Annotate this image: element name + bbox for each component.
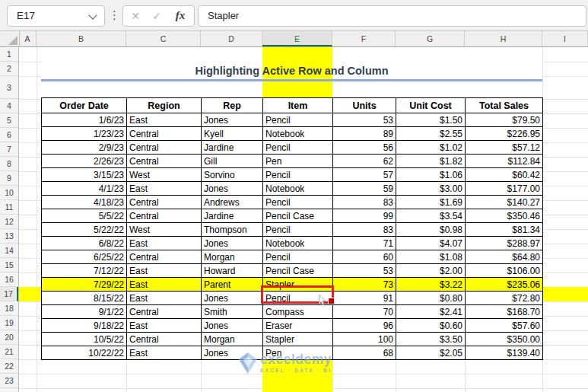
table-cell[interactable]: $139.40 bbox=[466, 346, 543, 360]
row-header-14[interactable]: 14 bbox=[0, 244, 18, 258]
chevron-down-icon[interactable] bbox=[88, 11, 97, 19]
table-cell[interactable]: 5/22/22 bbox=[42, 223, 127, 237]
table-cell[interactable]: 7/29/22 bbox=[42, 278, 127, 292]
table-cell[interactable]: $288.97 bbox=[466, 237, 543, 250]
table-cell[interactable]: East bbox=[127, 292, 202, 305]
table-cell[interactable]: Jones bbox=[202, 182, 263, 196]
table-cell[interactable]: Notebook bbox=[263, 127, 333, 141]
table-cell[interactable]: $3.50 bbox=[396, 333, 466, 346]
table-cell[interactable]: $2.05 bbox=[396, 346, 466, 360]
row-header-16[interactable]: 16 bbox=[0, 272, 18, 287]
row-header-13[interactable]: 13 bbox=[0, 229, 18, 244]
table-cell[interactable]: 100 bbox=[333, 333, 396, 346]
table-cell[interactable]: $235.06 bbox=[466, 278, 543, 292]
table-cell[interactable]: $0.80 bbox=[396, 292, 466, 305]
table-cell[interactable]: Central bbox=[127, 209, 202, 223]
table-cell[interactable]: Jones bbox=[202, 237, 263, 250]
table-cell[interactable]: 96 bbox=[333, 319, 396, 333]
table-cell[interactable]: $106.00 bbox=[466, 264, 543, 278]
table-cell[interactable]: Central bbox=[127, 127, 202, 141]
table-cell[interactable]: 89 bbox=[333, 127, 396, 141]
table-cell[interactable]: $112.84 bbox=[466, 155, 543, 168]
table-cell[interactable]: $1.82 bbox=[396, 155, 466, 168]
table-cell[interactable]: $4.07 bbox=[396, 237, 466, 250]
table-cell[interactable]: $1.50 bbox=[396, 113, 466, 127]
row-header-21[interactable]: 21 bbox=[0, 345, 18, 359]
table-cell[interactable]: $226.95 bbox=[466, 127, 543, 141]
row-header-2[interactable]: 2 bbox=[0, 62, 18, 76]
table-cell[interactable]: Stapler bbox=[263, 333, 333, 346]
table-cell[interactable]: Smith bbox=[202, 305, 263, 319]
table-cell[interactable]: 62 bbox=[333, 155, 396, 168]
table-cell[interactable]: 59 bbox=[333, 182, 396, 196]
row-header-20[interactable]: 20 bbox=[0, 330, 18, 345]
table-cell[interactable]: East bbox=[127, 319, 202, 333]
table-cell[interactable]: $168.70 bbox=[466, 305, 543, 319]
table-cell[interactable]: $1.06 bbox=[396, 168, 466, 182]
table-cell[interactable]: Jones bbox=[202, 113, 263, 127]
table-cell[interactable]: 68 bbox=[333, 346, 396, 360]
row-header-15[interactable]: 15 bbox=[0, 258, 18, 272]
table-cell[interactable]: Kyell bbox=[202, 127, 263, 141]
table-cell[interactable]: 4/18/23 bbox=[42, 196, 127, 209]
column-header-D[interactable]: D bbox=[201, 31, 262, 46]
table-cell[interactable]: Jardine bbox=[202, 209, 263, 223]
table-cell[interactable]: 2/26/23 bbox=[42, 155, 127, 168]
table-cell[interactable]: 1/23/23 bbox=[42, 127, 127, 141]
table-cell[interactable]: 73 bbox=[333, 278, 396, 292]
formula-input[interactable]: Stapler bbox=[198, 5, 586, 27]
table-cell[interactable]: Pencil bbox=[263, 223, 333, 237]
column-header-B[interactable]: B bbox=[37, 31, 126, 46]
cancel-icon[interactable]: ✕ bbox=[126, 6, 145, 26]
column-header-G[interactable]: G bbox=[396, 31, 465, 46]
table-cell[interactable]: $1.69 bbox=[396, 196, 466, 209]
row-header-7[interactable]: 7 bbox=[0, 142, 18, 157]
table-cell[interactable]: Jardine bbox=[202, 141, 263, 155]
table-cell[interactable]: 8/15/22 bbox=[42, 292, 127, 305]
insert-function-icon[interactable]: fx bbox=[170, 6, 191, 26]
table-cell[interactable]: 9/1/22 bbox=[42, 305, 127, 319]
table-cell[interactable]: 53 bbox=[333, 264, 396, 278]
row-header-22[interactable]: 22 bbox=[0, 359, 18, 374]
table-cell[interactable]: $72.80 bbox=[466, 292, 543, 305]
table-cell[interactable]: $81.34 bbox=[466, 223, 543, 237]
table-cell[interactable]: 91 bbox=[333, 292, 396, 305]
table-cell[interactable]: Pencil bbox=[263, 196, 333, 209]
worksheet[interactable]: Highlighting Active Row and Column Order… bbox=[0, 47, 588, 392]
table-cell[interactable]: Central bbox=[127, 305, 202, 319]
table-header-cell[interactable]: Units bbox=[333, 98, 396, 113]
table-cell[interactable]: Pen bbox=[263, 155, 333, 168]
table-cell[interactable]: $1.08 bbox=[396, 250, 466, 264]
table-cell[interactable]: Pencil bbox=[263, 168, 333, 182]
table-cell[interactable]: 5/5/22 bbox=[42, 209, 127, 223]
table-cell[interactable]: 6/25/22 bbox=[42, 250, 127, 264]
table-cell[interactable]: 57 bbox=[333, 168, 396, 182]
table-cell[interactable]: 10/5/22 bbox=[42, 333, 127, 346]
table-cell[interactable]: $64.80 bbox=[466, 250, 543, 264]
table-cell[interactable]: $2.00 bbox=[396, 264, 466, 278]
table-cell[interactable]: West bbox=[127, 223, 202, 237]
table-cell[interactable]: Eraser bbox=[263, 319, 333, 333]
name-box[interactable]: E17 bbox=[7, 5, 105, 27]
row-header-19[interactable]: 19 bbox=[0, 316, 18, 330]
table-cell[interactable]: Howard bbox=[202, 264, 263, 278]
table-cell[interactable]: 10/22/22 bbox=[42, 346, 127, 360]
table-cell[interactable]: East bbox=[127, 237, 202, 250]
table-cell[interactable]: 83 bbox=[333, 196, 396, 209]
table-cell[interactable]: $2.55 bbox=[396, 127, 466, 141]
table-cell[interactable]: $177.00 bbox=[466, 182, 543, 196]
table-cell[interactable]: Compass bbox=[263, 305, 333, 319]
table-cell[interactable]: Notebook bbox=[263, 237, 333, 250]
table-cell[interactable]: East bbox=[127, 182, 202, 196]
table-cell[interactable]: 99 bbox=[333, 209, 396, 223]
table-cell[interactable]: $3.22 bbox=[396, 278, 466, 292]
column-header-A[interactable]: A bbox=[19, 31, 37, 46]
table-cell[interactable]: Central bbox=[127, 333, 202, 346]
column-header-F[interactable]: F bbox=[332, 31, 396, 46]
table-cell[interactable]: Central bbox=[127, 141, 202, 155]
row-header-10[interactable]: 10 bbox=[0, 186, 18, 200]
row-header-1[interactable]: 1 bbox=[0, 47, 18, 62]
table-cell[interactable]: Pencil bbox=[263, 141, 333, 155]
table-cell[interactable]: $2.41 bbox=[396, 305, 466, 319]
table-cell[interactable]: $0.98 bbox=[396, 223, 466, 237]
